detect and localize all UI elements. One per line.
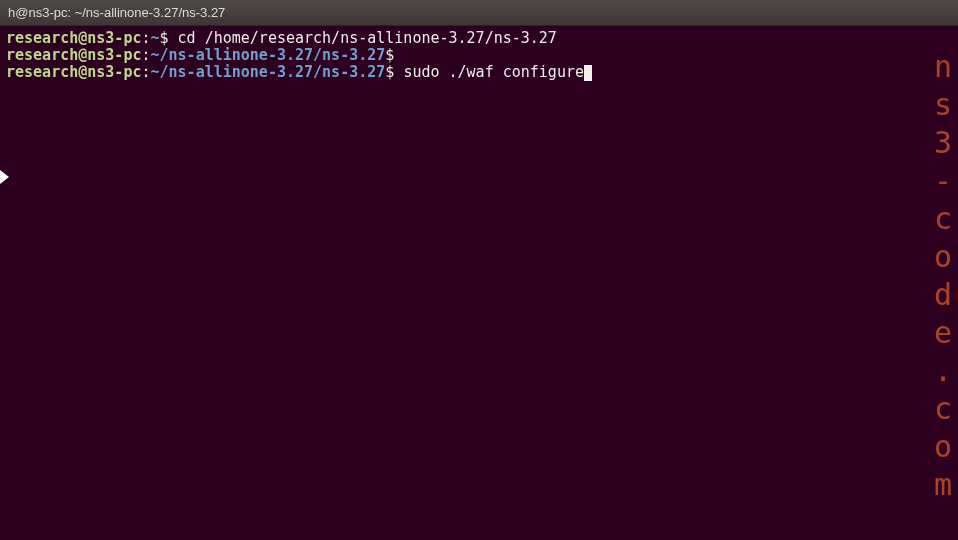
terminal-line: research@ns3-pc:~/ns-allinone-3.27/ns-3.… — [6, 63, 592, 81]
terminal-output[interactable]: research@ns3-pc:~$ cd /home/research/ns-… — [0, 26, 958, 85]
prompt-user: research@ns3-pc — [6, 46, 141, 64]
watermark-text: n s 3 - c o d e . c o m — [934, 48, 952, 504]
prompt-path: ~ — [151, 29, 160, 47]
command-text: cd /home/research/ns-allinone-3.27/ns-3.… — [178, 29, 557, 47]
watermark-char: n — [934, 48, 952, 86]
prompt-dollar: $ — [160, 29, 178, 47]
prompt-sep: : — [141, 46, 150, 64]
watermark-char: c — [934, 200, 952, 238]
prompt-sep: : — [141, 29, 150, 47]
prompt-user: research@ns3-pc — [6, 63, 141, 81]
prompt-path: ~/ns-allinone-3.27/ns-3.27 — [151, 46, 386, 64]
prompt-sep: : — [141, 63, 150, 81]
watermark-char: o — [934, 238, 952, 276]
window-title: h@ns3-pc: ~/ns-allinone-3.27/ns-3.27 — [8, 5, 225, 20]
watermark-char: c — [934, 390, 952, 428]
window-titlebar[interactable]: h@ns3-pc: ~/ns-allinone-3.27/ns-3.27 — [0, 0, 958, 26]
prompt-user: research@ns3-pc — [6, 29, 141, 47]
watermark-char: d — [934, 276, 952, 314]
watermark-char: o — [934, 428, 952, 466]
prompt-path: ~/ns-allinone-3.27/ns-3.27 — [151, 63, 386, 81]
terminal-line: research@ns3-pc:~/ns-allinone-3.27/ns-3.… — [6, 46, 394, 64]
watermark-char: - — [934, 162, 952, 200]
watermark-char: . — [934, 352, 952, 390]
prompt-dollar: $ — [385, 63, 403, 81]
watermark-char: e — [934, 314, 952, 352]
left-arrow-indicator — [0, 170, 9, 184]
command-text: sudo ./waf configure — [403, 63, 584, 81]
watermark-char: m — [934, 466, 952, 504]
watermark-char: 3 — [934, 124, 952, 162]
prompt-dollar: $ — [385, 46, 394, 64]
terminal-line: research@ns3-pc:~$ cd /home/research/ns-… — [6, 29, 557, 47]
watermark-char: s — [934, 86, 952, 124]
cursor — [584, 65, 592, 81]
